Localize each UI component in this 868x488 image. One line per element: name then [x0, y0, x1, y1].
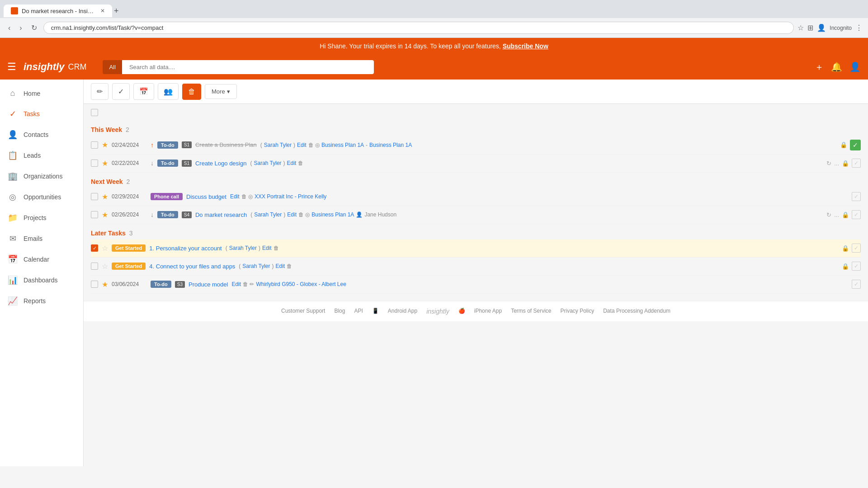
task-title[interactable]: Discuss budget: [186, 193, 226, 200]
task-org-link[interactable]: Business Plan 1A: [321, 142, 364, 148]
task-title[interactable]: Create a Business Plan: [195, 141, 257, 148]
delete-button[interactable]: 🗑: [182, 84, 201, 100]
sidebar-item-dashboards[interactable]: 📊 Dashboards: [0, 270, 83, 291]
task-checkbox[interactable]: [91, 160, 98, 167]
task-link2[interactable]: Business Plan 1A: [369, 142, 412, 148]
task-org-link[interactable]: Business Plan 1A: [311, 211, 354, 218]
more-label: More: [212, 88, 225, 95]
task-edit-link[interactable]: Edit: [262, 245, 272, 251]
reload-button[interactable]: ↻: [28, 22, 40, 34]
task-checkbox[interactable]: [91, 263, 98, 270]
task-title[interactable]: 1. Personalize your account: [149, 245, 222, 252]
check-outline-button[interactable]: ✓: [852, 244, 861, 253]
sidebar-item-leads[interactable]: 📋 Leads: [0, 145, 83, 166]
task-edit-link[interactable]: Edit: [287, 160, 297, 166]
star-icon[interactable]: ★: [102, 159, 108, 168]
task-edit-link[interactable]: Edit: [231, 281, 241, 287]
calendar-button[interactable]: 📅: [133, 83, 154, 100]
task-checkbox[interactable]: ✓: [91, 244, 98, 252]
footer-customer-support-link[interactable]: Customer Support: [281, 308, 325, 315]
star-icon[interactable]: ★: [102, 141, 108, 149]
task-title[interactable]: Do market research: [195, 211, 247, 218]
home-icon: ⌂: [7, 89, 18, 98]
edit-icon: ✏: [97, 87, 103, 96]
back-button[interactable]: ‹: [5, 22, 13, 34]
sidebar-item-emails[interactable]: ✉ Emails: [0, 228, 83, 249]
task-edit-link[interactable]: Edit: [230, 193, 240, 200]
tab-close-button[interactable]: ✕: [100, 8, 105, 14]
task-checkbox[interactable]: [91, 211, 98, 218]
sidebar-item-tasks[interactable]: ✓ Tasks: [0, 103, 83, 124]
task-row: ★ 02/26/2024 ↓ To-do S4 Do market resear…: [91, 206, 861, 224]
active-tab[interactable]: Do market research - Insightly ✕: [4, 5, 112, 17]
footer-iphone-link[interactable]: iPhone App: [474, 308, 502, 315]
later-tasks-section-header: Later Tasks 3: [91, 224, 861, 239]
more-button[interactable]: More ▾: [205, 84, 237, 99]
task-person-link[interactable]: Sarah Tyler: [242, 263, 270, 269]
assign-icon: 👥: [164, 87, 173, 96]
sidebar-item-calendar[interactable]: 📅 Calendar: [0, 249, 83, 270]
footer-data-link[interactable]: Data Processing Addendum: [603, 308, 670, 315]
sidebar-item-opportunities[interactable]: ◎ Opportunities: [0, 187, 83, 207]
task-checkbox[interactable]: [91, 193, 98, 200]
complete-button[interactable]: ✓: [112, 83, 130, 100]
task-person-link[interactable]: Sarah Tyler: [264, 142, 292, 148]
star-icon[interactable]: ★: [102, 280, 108, 289]
task-edit-link[interactable]: Edit: [297, 142, 307, 148]
new-tab-button[interactable]: +: [114, 6, 119, 16]
task-title[interactable]: 4. Connect to your files and apps: [149, 263, 235, 270]
footer-api-link[interactable]: API: [354, 308, 363, 315]
stage-badge: S4: [182, 211, 192, 218]
sidebar-item-organizations[interactable]: 🏢 Organizations: [0, 166, 83, 187]
footer-privacy-link[interactable]: Privacy Policy: [561, 308, 594, 315]
select-all-checkbox[interactable]: [91, 109, 98, 116]
subscribe-link[interactable]: Subscribe Now: [503, 42, 548, 50]
check-outline-button[interactable]: ✓: [852, 210, 861, 219]
sidebar-item-projects[interactable]: 📁 Projects: [0, 207, 83, 228]
search-scope-button[interactable]: All: [103, 60, 122, 74]
task-person-link[interactable]: Sarah Tyler: [254, 211, 282, 218]
assign-button[interactable]: 👥: [158, 83, 179, 100]
star-icon[interactable]: ☆: [102, 244, 108, 253]
task-meta: (Sarah Tyler) Edit 🗑: [250, 160, 303, 166]
star-icon[interactable]: ★: [102, 192, 108, 201]
star-icon[interactable]: ☆: [102, 262, 108, 271]
task-org-link[interactable]: XXX Portrait Inc - Prince Kelly: [255, 193, 326, 200]
check-outline-button[interactable]: ✓: [852, 262, 861, 271]
footer-terms-link[interactable]: Terms of Service: [511, 308, 551, 315]
task-badge: To-do: [157, 141, 178, 149]
check-outline-button[interactable]: ✓: [852, 192, 861, 201]
complete-green-button[interactable]: ✓: [850, 140, 861, 150]
task-checkbox[interactable]: [91, 141, 98, 149]
forward-button[interactable]: ›: [17, 22, 24, 34]
task-title[interactable]: Produce model: [189, 281, 228, 288]
task-edit-link[interactable]: Edit: [276, 263, 285, 269]
task-actions: 🔒 ✓: [842, 262, 861, 271]
add-button[interactable]: ＋: [815, 61, 824, 73]
check-outline-button[interactable]: ✓: [852, 280, 861, 289]
sidebar-item-contacts[interactable]: 👤 Contacts: [0, 124, 83, 145]
footer-android-link[interactable]: Android App: [388, 308, 417, 315]
user-avatar-button[interactable]: 👤: [849, 61, 861, 72]
hamburger-button[interactable]: ☰: [7, 61, 16, 73]
task-person-link[interactable]: Sarah Tyler: [254, 160, 281, 166]
task-org-link[interactable]: Whirlybird G950 - Globex - Albert Lee: [256, 281, 346, 287]
task-edit-link[interactable]: Edit: [287, 211, 297, 218]
menu-button[interactable]: ⋮: [855, 23, 863, 32]
sidebar-item-reports[interactable]: 📈 Reports: [0, 291, 83, 311]
stage-badge: S1: [182, 141, 192, 148]
task-checkbox[interactable]: [91, 281, 98, 288]
extension-button[interactable]: ⊞: [807, 23, 813, 32]
task-title[interactable]: Create Logo design: [195, 160, 246, 167]
sidebar-item-home[interactable]: ⌂ Home: [0, 83, 83, 103]
notifications-button[interactable]: 🔔: [831, 61, 842, 72]
star-icon[interactable]: ★: [102, 211, 108, 219]
task-person-link[interactable]: Sarah Tyler: [229, 245, 257, 251]
address-bar[interactable]: [43, 22, 794, 34]
check-outline-button[interactable]: ✓: [852, 159, 861, 168]
profile-button[interactable]: 👤: [817, 23, 826, 32]
bookmark-button[interactable]: ☆: [797, 23, 804, 32]
edit-button[interactable]: ✏: [91, 83, 108, 100]
footer-blog-link[interactable]: Blog: [334, 308, 345, 315]
search-input[interactable]: [122, 60, 374, 74]
